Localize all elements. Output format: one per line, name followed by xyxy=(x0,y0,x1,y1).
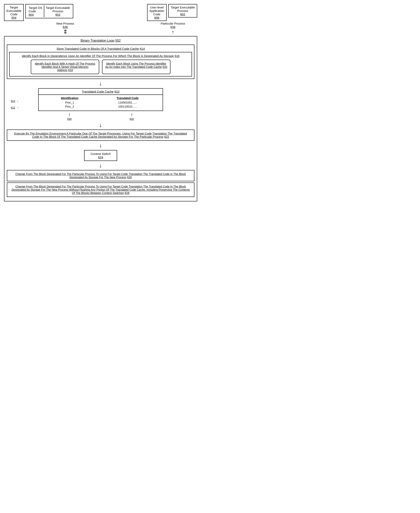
target-exec-line1: Target xyxy=(7,6,21,9)
new-process-label-area: New Process 636 ⇕ xyxy=(56,22,74,35)
user-level-app-box: User-level Application Code 606 xyxy=(147,4,167,21)
proc-right-line2: Process xyxy=(171,9,195,13)
context-ref: 624 xyxy=(98,155,103,159)
os-line1: Target OS xyxy=(29,6,42,9)
left-inner-group: Target OS Code 604 Target Executable Pro… xyxy=(25,4,73,18)
process-arrows-row: New Process 636 ⇕ Particular Process 634… xyxy=(4,22,197,35)
change1-text: Change From The Block Designated For The… xyxy=(15,172,186,179)
identify-outer-text: Identify Each Block In Dependence Upon A… xyxy=(22,54,174,58)
right-arrow-1: → xyxy=(16,100,19,102)
user-line1: User-level xyxy=(150,6,164,9)
main-title: Binary Translation Loop xyxy=(81,39,114,42)
cache-left-arrows: 612 → 612 → xyxy=(11,100,19,109)
context-text: Context Switch xyxy=(90,152,111,155)
context-switch-wrapper: Context Switch 624 xyxy=(7,150,195,161)
ref-612-2: 612 xyxy=(11,106,15,109)
particular-process-ref: 634 xyxy=(171,25,175,29)
change2-ref: 628 xyxy=(125,191,129,195)
top-right-group: User-level Application Code 606 Target E… xyxy=(147,4,197,21)
ref-630: 630 xyxy=(67,117,72,121)
context-switch-box: Context Switch 624 xyxy=(84,150,117,161)
identify-outer-box: Identify Each Block In Dependence Upon A… xyxy=(9,52,192,77)
right-arrow-2: → xyxy=(16,106,19,109)
header-area: Target Executable Code 504 Target OS Cod… xyxy=(4,4,197,21)
arrow-down-2: ↓ xyxy=(7,122,195,129)
target-exec-process-left-box: Target Executable Process 602 xyxy=(44,5,72,17)
proc1-code: 110001001...... xyxy=(112,101,144,104)
change-box-1: Change From The Block Designated For The… xyxy=(7,170,195,181)
cache-title-area: Translated Code Cache 610 xyxy=(39,89,163,95)
up-arrow-icon: ↑ xyxy=(161,29,185,35)
particular-process-label-area: Particular Process 634 ↑ xyxy=(161,22,185,35)
cache-bottom-arrows: ↑ 630 ↑ 632 xyxy=(38,112,163,121)
new-process-label: New Process xyxy=(56,22,74,25)
cache-box: Translated Code Cache 610 Identification… xyxy=(38,88,163,111)
os-line2: Code xyxy=(29,9,42,13)
col-code-header: Translated Code xyxy=(112,97,144,100)
proc2-code: 100110010...... xyxy=(112,105,144,108)
identify-outer-ref: 616 xyxy=(175,54,180,58)
cache-row-1: Proc_1 110001001...... xyxy=(43,101,158,104)
store-box: Store Translated Code In Blocks Of A Tra… xyxy=(7,45,195,79)
proc-left-line2: Process xyxy=(46,9,70,13)
cache-area: 612 → 612 → Translated Code Cache 610 Id… xyxy=(7,88,195,121)
proc2-id: Proc_2 xyxy=(58,105,82,108)
proc-left-line1: Target Executable xyxy=(46,6,70,9)
proc-right-ref: 602 xyxy=(180,13,185,16)
double-arrow-icon: ⇕ xyxy=(56,29,74,35)
cache-table: Identification Translated Code Proc_1 11… xyxy=(39,95,163,111)
identify-index-text: Identify Each Block Using The Process Id… xyxy=(105,62,166,69)
identify-index-box: Identify Each Block Using The Process Id… xyxy=(102,60,171,74)
up-arrow-630: ↑ xyxy=(68,112,71,117)
target-exec-line2: Executable xyxy=(7,9,21,13)
identify-hash-ref: 618 xyxy=(68,69,73,72)
target-executable-code-box: Target Executable Code 504 xyxy=(4,4,24,21)
arrow-632-col: ↑ 632 xyxy=(130,112,134,121)
cache-arrow-612-1: 612 → xyxy=(11,100,19,102)
ref-632: 632 xyxy=(130,117,134,121)
user-line3: Code xyxy=(150,13,164,16)
proc-right-line1: Target Executable xyxy=(171,6,195,9)
diagram: Target Executable Code 504 Target OS Cod… xyxy=(4,4,197,201)
identify-inner-row: Identify Each Block With A Hash Of The P… xyxy=(12,60,190,74)
execute-text: Execute By The Emulation Environment A P… xyxy=(14,132,187,138)
target-exec-line3: Code xyxy=(7,13,21,16)
identify-hash-box: Identify Each Block With A Hash Of The P… xyxy=(31,60,99,74)
new-process-ref: 636 xyxy=(63,25,68,29)
store-title-text: Store Translated Code In Blocks Of A Tra… xyxy=(57,47,139,50)
cache-title-ref: 610 xyxy=(114,90,120,93)
particular-process-label: Particular Process xyxy=(161,22,185,25)
arrow-down-4: ↓ xyxy=(7,162,195,169)
ref-612-1: 612 xyxy=(11,100,15,102)
up-arrow-632: ↑ xyxy=(131,112,133,117)
top-left-group: Target Executable Code 504 Target OS Cod… xyxy=(4,4,73,21)
proc1-id: Proc_1 xyxy=(58,101,82,104)
cache-headers: Identification Translated Code xyxy=(43,97,158,100)
arrow-down-1: ↓ xyxy=(7,80,195,87)
main-title-ref: 502 xyxy=(115,39,121,42)
change1-ref: 626 xyxy=(127,176,132,179)
col-id-header: Identification xyxy=(58,97,82,100)
os-ref: 604 xyxy=(29,13,34,16)
cache-title-text: Translated Code Cache xyxy=(82,90,113,93)
change-box-2: Change From The Block Designated For The… xyxy=(7,183,195,197)
arrow-630-col: ↑ 630 xyxy=(67,112,72,121)
cache-arrow-612-2: 612 → xyxy=(11,106,19,109)
target-exec-process-right-box: Target Executable Process 602 xyxy=(168,4,197,17)
user-ref: 606 xyxy=(154,16,159,19)
store-title-ref: 614 xyxy=(140,47,145,50)
target-exec-ref: 504 xyxy=(11,16,16,19)
identify-hash-text: Identify Each Block With A Hash Of The P… xyxy=(35,62,95,72)
arrow-down-3: ↓ xyxy=(7,142,195,149)
store-title-area: Store Translated Code In Blocks Of A Tra… xyxy=(9,47,192,50)
identify-outer-title-area: Identify Each Block In Dependence Upon A… xyxy=(12,54,190,58)
proc-left-ref: 602 xyxy=(55,13,60,16)
execute-box: Execute By The Emulation Environment A P… xyxy=(7,130,195,141)
target-os-code-box: Target OS Code 604 xyxy=(27,5,44,17)
main-container: Binary Translation Loop 502 Store Transl… xyxy=(4,36,197,201)
execute-ref: 622 xyxy=(164,135,169,138)
cache-row-2: Proc_2 100110010...... xyxy=(43,105,158,108)
identify-index-ref: 620 xyxy=(163,65,167,69)
change2-text: Change From The Block Designated For The… xyxy=(11,185,190,195)
main-title-area: Binary Translation Loop 502 xyxy=(7,39,195,43)
